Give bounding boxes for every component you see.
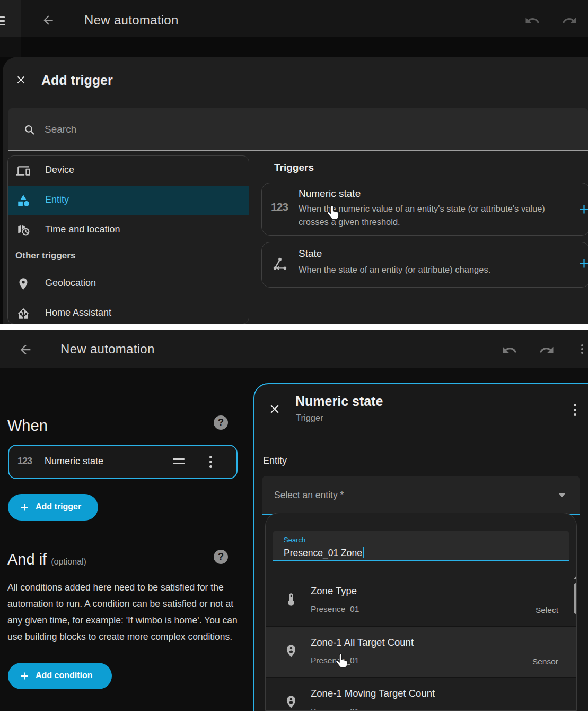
category-entity[interactable]: Entity (8, 186, 249, 215)
page-background-strip (0, 37, 588, 57)
chevron-down-icon[interactable] (558, 493, 566, 497)
page-title: New automation (60, 342, 155, 357)
redo-icon[interactable] (561, 13, 577, 29)
scrollbar-thumb[interactable] (574, 583, 577, 614)
entity-result-zone1-moving-target-count[interactable]: Zone-1 Moving Target Count Presence_01 S… (266, 678, 576, 711)
category-label: Geolocation (45, 278, 96, 289)
optional-label: (optional) (51, 557, 86, 566)
help-icon[interactable]: ? (214, 415, 228, 430)
other-triggers-header: Other triggers (8, 245, 249, 268)
back-arrow-icon[interactable] (41, 13, 55, 27)
map-clock-icon (16, 223, 30, 237)
trigger-search-field[interactable] (8, 108, 588, 151)
entity-result-zone-type[interactable]: Zone Type Presence_01 Select (266, 576, 576, 626)
back-arrow-icon[interactable] (18, 342, 33, 357)
search-input-label: Search (284, 536, 305, 544)
close-icon[interactable] (15, 74, 27, 86)
trigger-category-list: Device Entity Time and location Other tr… (7, 155, 249, 324)
help-icon[interactable]: ? (214, 550, 228, 564)
add-state-plus-icon[interactable] (577, 256, 588, 271)
dialog-menu-icon[interactable] (571, 402, 578, 418)
numeric-123-icon: 123 (17, 456, 32, 467)
menu-icon[interactable] (0, 14, 5, 28)
plus-icon (19, 670, 30, 682)
shapes-icon (16, 194, 30, 207)
trigger-option-title: State (299, 248, 322, 259)
thermometer-icon (284, 592, 299, 607)
trigger-option-description: When the state of an entity (or attribut… (299, 263, 560, 276)
search-input-value: Presence_01 Zone (284, 547, 364, 559)
add-condition-button[interactable]: Add condition (8, 663, 112, 689)
search-placeholder: Search (45, 124, 76, 135)
cursor-pointer-icon (326, 204, 341, 222)
entity-field-label: Entity (263, 455, 287, 466)
close-icon[interactable] (268, 402, 282, 416)
add-numeric-state-plus-icon[interactable] (577, 202, 588, 216)
home-assistant-icon (16, 307, 30, 320)
entity-result-zone1-all-target-count[interactable]: Zone-1 All Target Count Presence_01 Sens… (266, 627, 576, 678)
trigger-card-label: Numeric state (45, 456, 103, 467)
sidebar-strip-lower (0, 37, 21, 57)
state-machine-icon (271, 256, 288, 273)
conditions-description: All conditions added here need to be sat… (7, 579, 246, 645)
numeric-state-trigger-card[interactable] (8, 445, 238, 479)
screenshot-separator (0, 324, 588, 330)
category-label: Time and location (45, 224, 120, 235)
text-caret (363, 547, 364, 558)
map-marker-account-icon (284, 644, 299, 658)
cursor-pointer-icon (334, 653, 350, 671)
search-icon (23, 123, 36, 136)
dialog-title: Numeric state (295, 394, 383, 409)
map-marker-icon (16, 277, 30, 291)
trigger-card-menu-icon[interactable] (207, 454, 214, 470)
category-label: Home Assistant (45, 307, 111, 318)
category-label: Entity (45, 194, 69, 205)
category-home-assistant[interactable]: Home Assistant (8, 299, 249, 324)
overflow-menu-icon[interactable] (576, 343, 588, 356)
stage: New automation Add trigger Search Device… (0, 0, 588, 711)
and-if-heading: And if (optional) (7, 551, 86, 568)
numeric-123-icon: 123 (271, 201, 288, 213)
plus-icon (19, 501, 30, 513)
when-heading: When (7, 417, 48, 435)
trigger-option-title: Numeric state (299, 188, 361, 200)
add-trigger-button[interactable]: Add trigger (8, 494, 98, 521)
drag-handle-icon[interactable] (173, 456, 185, 467)
entity-search-input[interactable]: Search Presence_01 Zone (273, 531, 569, 561)
dialog-subtitle: Trigger (296, 413, 323, 423)
triggers-section-header: Triggers (274, 162, 314, 174)
undo-icon[interactable] (502, 342, 517, 358)
redo-icon[interactable] (539, 342, 555, 358)
category-geolocation[interactable]: Geolocation (8, 269, 249, 299)
devices-icon (16, 164, 30, 178)
entity-select-placeholder: Select an entity * (274, 490, 344, 501)
page-title: New automation (84, 13, 179, 28)
category-time-location[interactable]: Time and location (8, 215, 249, 245)
dialog-title: Add trigger (41, 73, 113, 88)
map-marker-account-icon (284, 695, 299, 709)
entity-picker-dropdown: Search Presence_01 Zone Zone Type Presen… (265, 513, 577, 711)
category-device[interactable]: Device (8, 156, 249, 186)
scrollbar-up-arrow[interactable] (574, 576, 577, 579)
category-label: Device (45, 164, 74, 176)
undo-icon[interactable] (524, 13, 540, 29)
